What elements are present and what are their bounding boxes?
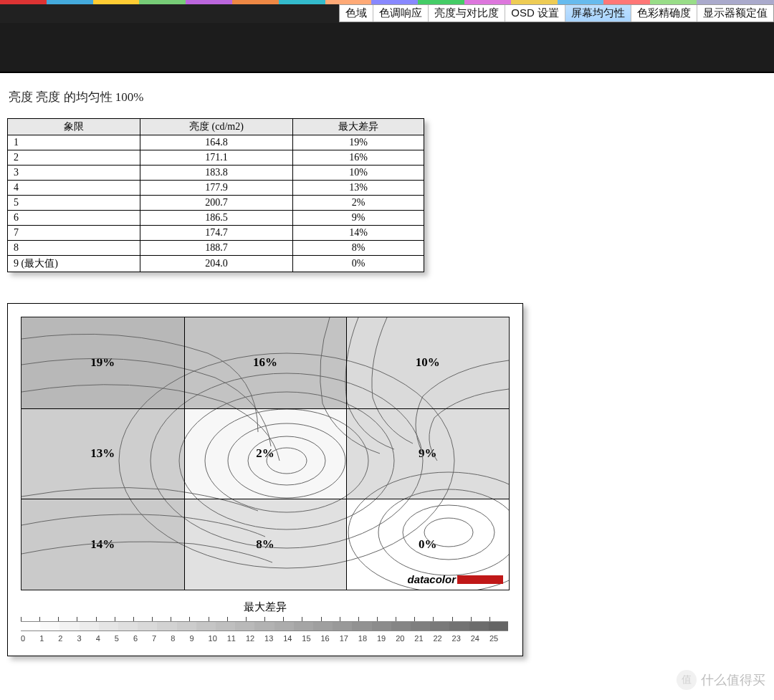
svg-point-0 [424, 518, 473, 547]
legend-swatch [99, 621, 118, 631]
table-row: 7174.714% [8, 226, 424, 241]
legend-label: 18 [358, 634, 377, 643]
legend-label: 13 [264, 634, 283, 643]
cell-luminance: 200.7 [140, 196, 293, 211]
cell-diff: 2% [293, 196, 424, 211]
cell-quadrant: 1 [8, 135, 140, 150]
table-row: 8188.78% [8, 241, 424, 256]
section-title: 亮度 亮度 的均匀性 100% [9, 89, 767, 105]
content-area: 亮度 亮度 的均匀性 100% 象限 亮度 (cd/m2) 最大差异 1164.… [0, 73, 774, 666]
svg-point-1 [403, 505, 494, 560]
legend-label: 0 [21, 634, 39, 643]
legend-label: 24 [471, 634, 489, 643]
tab-5[interactable]: 色彩精确度 [631, 5, 697, 21]
legend-swatch [235, 621, 254, 631]
table-row: 4177.913% [8, 181, 424, 196]
uniformity-chart: 0%8%14%9%2%13%10%16%19% [7, 303, 523, 656]
legend-swatch [21, 621, 40, 631]
legend-swatch [313, 621, 333, 631]
legend-label: 17 [340, 634, 358, 643]
cell-luminance: 177.9 [140, 181, 293, 196]
svg-point-8 [179, 392, 394, 529]
tab-6[interactable]: 显示器额定值 [697, 5, 773, 21]
legend-label: 10 [209, 634, 227, 643]
cell-luminance: 171.1 [140, 150, 293, 166]
uniformity-table-wrap: 象限 亮度 (cd/m2) 最大差异 1164.819%2171.116%318… [7, 118, 424, 272]
legend-swatch [157, 621, 176, 631]
table-row: 2171.116% [8, 150, 424, 166]
legend-label: 21 [414, 634, 433, 643]
tab-4[interactable]: 屏幕均匀性 [565, 5, 631, 21]
legend-label: 9 [189, 634, 208, 643]
cell-quadrant: 2 [8, 150, 140, 166]
cell-quadrant: 8 [8, 241, 140, 256]
cell-quadrant: 7 [8, 226, 140, 241]
cell-diff: 14% [293, 226, 424, 241]
svg-point-2 [378, 489, 509, 575]
cell-quadrant: 5 [8, 196, 140, 211]
legend-swatch [274, 621, 294, 631]
legend-label: 6 [133, 634, 152, 643]
table-row: 9 (最大值)204.00% [8, 256, 424, 272]
legend-swatch [138, 621, 157, 631]
legend-swatch [489, 621, 508, 631]
svg-point-3 [348, 472, 509, 590]
header-band [0, 23, 774, 73]
legend-swatch [294, 621, 313, 631]
legend-label: 16 [321, 634, 340, 643]
legend-swatch [391, 621, 411, 631]
legend-label: 8 [171, 634, 189, 643]
cell-diff: 16% [293, 150, 424, 166]
tab-3[interactable]: OSD 设置 [505, 5, 565, 21]
svg-point-5 [248, 436, 325, 485]
legend-swatch [177, 621, 196, 631]
col-maxdiff: 最大差异 [293, 119, 424, 135]
brand-bar-icon [457, 575, 503, 584]
legend-label: 3 [77, 634, 95, 643]
cell-diff: 8% [293, 241, 424, 256]
legend-label: 19 [377, 634, 396, 643]
legend-label: 15 [302, 634, 320, 643]
tab-2[interactable]: 亮度与对比度 [429, 5, 505, 21]
legend-label: 20 [396, 634, 414, 643]
table-row: 1164.819% [8, 135, 424, 150]
table-row: 6186.59% [8, 211, 424, 226]
svg-point-6 [228, 423, 345, 498]
col-quadrant: 象限 [8, 119, 140, 135]
legend-swatch [372, 621, 391, 631]
svg-point-7 [205, 409, 368, 512]
legend-swatch [118, 621, 138, 631]
tab-0[interactable]: 色域 [340, 5, 373, 21]
legend-title: 最大差异 [21, 600, 510, 614]
legend-label: 7 [152, 634, 171, 643]
legend-swatch [449, 621, 469, 631]
legend-swatch [333, 621, 352, 631]
legend-swatch [352, 621, 371, 631]
cell-quadrant: 4 [8, 181, 140, 196]
table-row: 5200.72% [8, 196, 424, 211]
legend-swatch [59, 621, 79, 631]
cell-luminance: 186.5 [140, 211, 293, 226]
legend-swatch [80, 621, 99, 631]
legend-swatch [411, 621, 430, 631]
tab-1[interactable]: 色调响应 [373, 5, 429, 21]
legend-swatch [196, 621, 216, 631]
col-luminance: 亮度 (cd/m2) [140, 119, 293, 135]
uniformity-table: 象限 亮度 (cd/m2) 最大差异 1164.819%2171.116%318… [7, 118, 424, 272]
cell-luminance: 183.8 [140, 166, 293, 181]
cell-quadrant: 9 (最大值) [8, 256, 140, 272]
svg-point-10 [119, 353, 454, 568]
legend-label: 5 [115, 634, 133, 643]
legend-swatch [469, 621, 489, 631]
cell-luminance: 164.8 [140, 135, 293, 150]
cell-quadrant: 6 [8, 211, 140, 226]
legend-swatch [430, 621, 449, 631]
legend-scale: 0123456789101112131415161718192021222324… [21, 617, 508, 643]
cell-luminance: 174.7 [140, 226, 293, 241]
legend-label: 11 [227, 634, 246, 643]
legend-swatch [254, 621, 274, 631]
heatmap-grid: 0%8%14%9%2%13%10%16%19% [21, 317, 510, 590]
legend-label: 25 [489, 634, 508, 643]
legend-label: 2 [58, 634, 77, 643]
table-row: 3183.810% [8, 166, 424, 181]
